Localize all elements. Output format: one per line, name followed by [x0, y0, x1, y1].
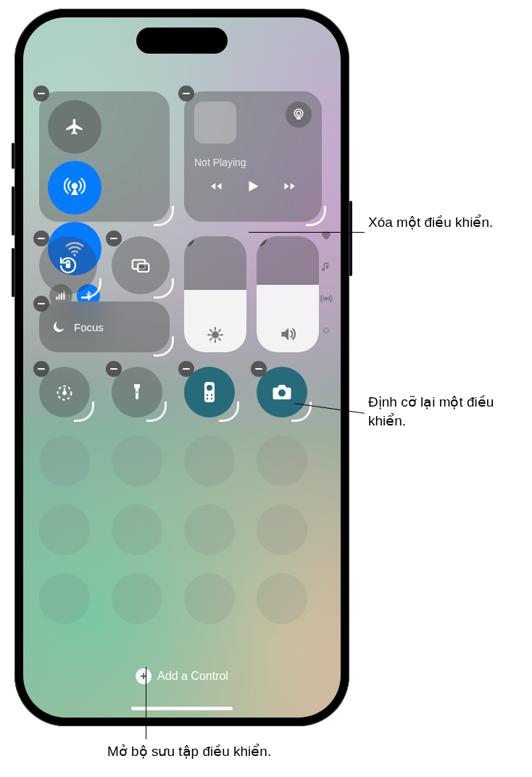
svg-point-12 [212, 332, 218, 338]
iphone-screen: Not Playing [23, 17, 341, 718]
brightness-slider[interactable] [184, 236, 246, 352]
svg-point-21 [211, 398, 212, 399]
camera-control[interactable] [257, 367, 307, 417]
rotation-lock-control[interactable] [39, 236, 97, 294]
brightness-icon [207, 326, 224, 344]
svg-point-23 [325, 298, 328, 300]
svg-point-15 [136, 391, 138, 394]
connectivity-group[interactable] [39, 91, 170, 222]
playback-controls [194, 178, 312, 194]
svg-rect-11 [138, 264, 149, 272]
timer-icon [54, 382, 75, 402]
bluetooth-icon [83, 291, 93, 301]
svg-point-22 [278, 389, 286, 396]
callout-line [146, 667, 146, 739]
music-note-icon[interactable] [319, 259, 333, 274]
forward-icon[interactable] [281, 180, 299, 193]
side-button [349, 201, 352, 276]
svg-point-0 [72, 183, 77, 188]
remove-icon[interactable] [106, 230, 122, 246]
add-control-button[interactable]: + Add a Control [136, 668, 228, 684]
now-playing-label: Not Playing [194, 157, 312, 168]
callout-resize: Định cỡ lại một điều khiển. [368, 393, 532, 430]
screen-mirroring-icon [130, 254, 151, 276]
svg-point-17 [207, 385, 212, 391]
resize-handle-icon[interactable] [74, 402, 94, 422]
remove-icon[interactable] [251, 361, 267, 377]
svg-point-20 [207, 398, 208, 399]
empty-slot[interactable] [257, 504, 307, 555]
airdrop-toggle[interactable] [48, 161, 101, 215]
callout-gallery: Mở bộ sưu tập điều khiển. [107, 742, 271, 761]
focus-label: Focus [74, 321, 104, 333]
svg-point-14 [63, 391, 66, 394]
svg-rect-2 [56, 296, 57, 299]
iphone-frame: Not Playing [14, 9, 349, 726]
empty-slot[interactable] [184, 573, 235, 624]
resize-handle-icon[interactable] [306, 206, 326, 226]
remove-icon[interactable] [106, 361, 122, 377]
heart-icon[interactable] [319, 228, 333, 242]
plus-icon: + [136, 668, 151, 684]
remove-icon[interactable] [257, 236, 267, 246]
flashlight-icon [128, 382, 146, 402]
add-control-label: Add a Control [157, 670, 228, 683]
callout-line [249, 232, 365, 233]
svg-rect-9 [66, 264, 70, 268]
svg-rect-4 [61, 293, 62, 299]
empty-slot[interactable] [112, 504, 162, 555]
volume-slider[interactable] [257, 236, 319, 352]
resize-handle-icon[interactable] [146, 402, 167, 422]
volume-down-button [12, 248, 14, 297]
empty-slot[interactable] [257, 436, 307, 486]
resize-handle-icon[interactable] [154, 336, 174, 357]
empty-slot[interactable] [39, 504, 90, 555]
resize-handle-icon[interactable] [154, 278, 174, 299]
page-indicator-column[interactable] [319, 228, 333, 338]
timer-control[interactable] [39, 367, 90, 417]
page-dot-icon[interactable] [319, 323, 333, 338]
play-icon[interactable] [245, 178, 261, 194]
remove-icon[interactable] [184, 236, 194, 246]
remove-icon[interactable] [33, 296, 49, 312]
empty-slot[interactable] [184, 436, 235, 486]
album-art-placeholder [194, 101, 236, 144]
home-indicator[interactable] [131, 707, 233, 710]
remove-icon[interactable] [33, 86, 49, 101]
volume-icon [278, 325, 297, 344]
svg-point-8 [296, 111, 301, 115]
empty-slot[interactable] [112, 573, 162, 624]
airplay-button[interactable] [286, 101, 312, 128]
remove-icon[interactable] [33, 361, 49, 377]
svg-rect-3 [59, 295, 60, 300]
resize-handle-icon[interactable] [219, 402, 239, 422]
volume-up-button [12, 186, 14, 236]
empty-slot[interactable] [39, 573, 90, 624]
broadcast-icon[interactable] [319, 291, 333, 306]
rewind-icon[interactable] [207, 180, 225, 193]
callout-remove: Xóa một điều khiển. [368, 213, 493, 232]
svg-point-24 [324, 328, 329, 333]
airplay-icon [291, 107, 306, 122]
rotation-lock-icon [57, 254, 79, 276]
remove-icon[interactable] [178, 86, 194, 101]
screen-mirroring-control[interactable] [112, 236, 170, 294]
remove-icon[interactable] [33, 230, 49, 246]
resize-handle-icon[interactable] [154, 206, 174, 226]
svg-point-18 [207, 394, 208, 396]
empty-slot[interactable] [112, 436, 162, 486]
dynamic-island [136, 28, 228, 54]
now-playing-tile[interactable]: Not Playing [184, 91, 322, 222]
empty-slot[interactable] [184, 504, 235, 555]
action-button [12, 143, 14, 169]
empty-slot[interactable] [257, 573, 307, 624]
remove-icon[interactable] [178, 361, 194, 377]
airplane-mode-toggle[interactable] [48, 100, 101, 154]
moon-icon [51, 319, 67, 335]
apple-tv-remote-control[interactable] [184, 367, 235, 417]
svg-point-19 [211, 394, 212, 396]
empty-slot[interactable] [39, 436, 90, 486]
focus-control[interactable]: Focus [39, 302, 170, 352]
flashlight-control[interactable] [112, 367, 162, 417]
apple-tv-remote-icon [202, 381, 217, 404]
